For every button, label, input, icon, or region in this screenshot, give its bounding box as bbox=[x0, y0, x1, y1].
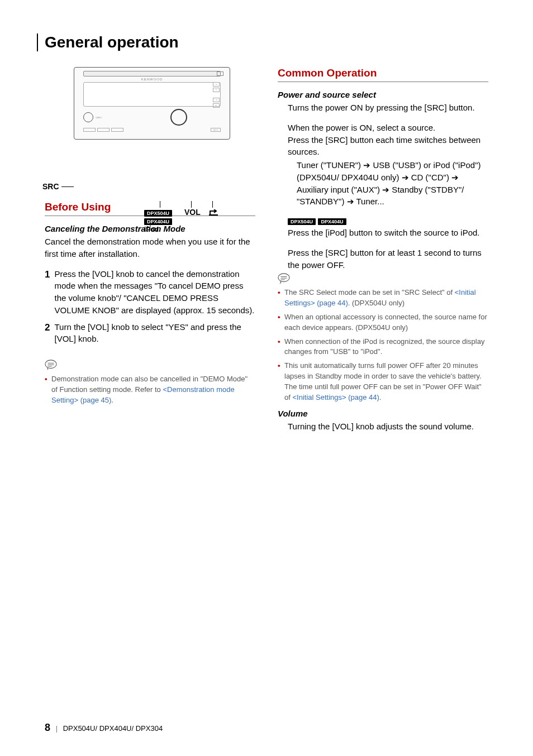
power-source-heading: Power and source select bbox=[278, 90, 488, 99]
model-tag: DPX404U bbox=[144, 218, 172, 225]
step-2: 2 Turn the [VOL] knob to select "YES" an… bbox=[45, 321, 255, 346]
step-text: Press the [VOL] knob to cancel the demon… bbox=[54, 268, 255, 317]
power-p1: Turns the power ON by pressing the [SRC]… bbox=[288, 102, 488, 114]
ipod-label: iPod bbox=[144, 226, 159, 233]
note-item: Demonstration mode can also be cancelled… bbox=[45, 374, 255, 406]
volume-heading: Volume bbox=[278, 409, 488, 418]
source-sequence: Tuner ("TUNER") ➔ USB ("USB") or iPod ("… bbox=[297, 159, 488, 208]
note-list: Demonstration mode can also be cancelled… bbox=[45, 374, 255, 406]
power-p2: When the power is ON, select a source. P… bbox=[288, 122, 488, 158]
device-illustration: KENWOOD ▲▼ ◄► Q✱BC AU bbox=[55, 67, 239, 140]
model-tag: DPX404U bbox=[318, 218, 346, 225]
power-off-text: Press the [SRC] button for at least 1 se… bbox=[288, 247, 488, 271]
brand-label: KENWOOD bbox=[83, 78, 221, 81]
page-title: General operation bbox=[37, 34, 488, 51]
note-icon bbox=[45, 360, 57, 370]
svg-point-4 bbox=[278, 274, 289, 282]
svg-point-0 bbox=[45, 360, 56, 369]
note-item: This unit automatically turns full power… bbox=[278, 361, 488, 403]
volume-body: Turning the [VOL] knob adjusts the sound… bbox=[288, 420, 488, 433]
note-item: When connection of the iPod is recognize… bbox=[278, 337, 488, 358]
step-1: 1 Press the [VOL] knob to cancel the dem… bbox=[45, 268, 255, 317]
leader-line bbox=[191, 201, 192, 208]
page-number: 8 bbox=[45, 722, 50, 733]
figure-callouts: DPX504U DPX404U iPod bbox=[144, 209, 172, 233]
note-item: When an optional accessory is connected,… bbox=[278, 312, 488, 333]
figure-vol-label: VOL bbox=[184, 208, 201, 217]
common-operation-heading: Common Operation bbox=[278, 67, 488, 82]
ipod-switch-text: Press the [iPod] button to switch the so… bbox=[288, 227, 488, 239]
footer-models: DPX504U/ DPX404U/ DPX304 bbox=[63, 724, 163, 733]
model-badges: DPX504U DPX404U bbox=[288, 216, 488, 226]
note-list: The SRC Select mode can be set in "SRC S… bbox=[278, 288, 488, 403]
step-number: 2 bbox=[45, 321, 50, 346]
src-leader-line bbox=[61, 186, 74, 187]
model-tag: DPX504U bbox=[144, 210, 172, 217]
aux-label: AUX bbox=[211, 128, 221, 132]
link-initial-settings[interactable]: <Initial Settings> (page 44) bbox=[292, 393, 379, 401]
figure-src-label: SRC bbox=[42, 182, 59, 191]
page-footer: 8 | DPX504U/ DPX404U/ DPX304 bbox=[45, 722, 163, 734]
leader-line bbox=[160, 201, 160, 208]
step-number: 1 bbox=[45, 268, 50, 317]
leader-line bbox=[212, 201, 213, 208]
back-icon bbox=[209, 209, 218, 219]
cancel-demo-intro: Cancel the demonstration mode when you u… bbox=[45, 236, 255, 260]
note-icon bbox=[278, 273, 290, 283]
step-text: Turn the [VOL] knob to select "YES" and … bbox=[54, 321, 255, 346]
note-item: The SRC Select mode can be set in "SRC S… bbox=[278, 288, 488, 309]
model-tag: DPX504U bbox=[288, 218, 316, 225]
